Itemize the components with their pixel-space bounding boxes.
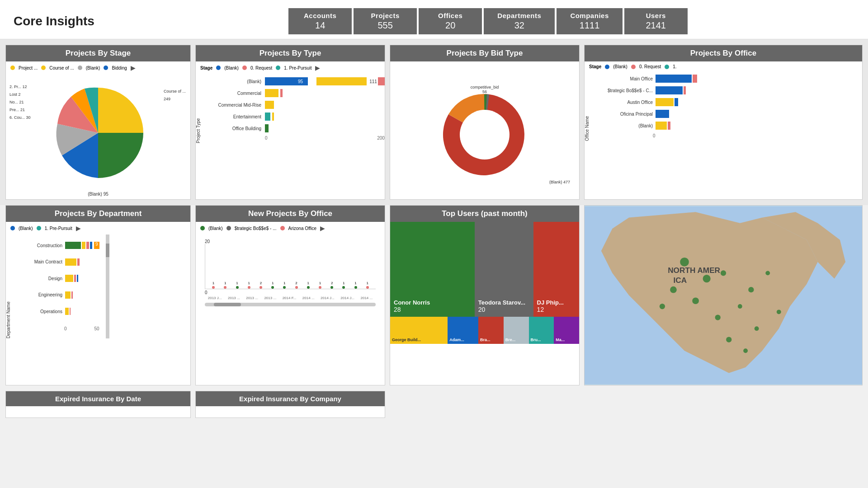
dept-row-engineering: Engineering bbox=[17, 291, 99, 299]
svg-point-9 bbox=[670, 286, 677, 293]
kpi-companies[interactable]: Companies 1111 bbox=[557, 8, 622, 34]
treemap-top-row: Conor Norris 28 Teodora Starov... 20 DJ … bbox=[390, 222, 579, 317]
chart-by-type-title: Projects By Type bbox=[196, 45, 385, 61]
dept-axis-label: Department Name bbox=[6, 235, 11, 338]
bottom-charts-row: Projects By Department (Blank) 1. Pre-Pu… bbox=[0, 205, 868, 391]
chart-by-office-title: Projects By Office bbox=[585, 45, 862, 61]
dept-legend: (Blank) 1. Pre-Pursuit ▶ bbox=[6, 222, 190, 235]
type-bars-container: (Blank) 95 111 Commercial bbox=[203, 74, 389, 143]
svg-point-7 bbox=[680, 258, 689, 267]
treemap-bru: Bru... bbox=[529, 317, 554, 344]
svg-text:ICA: ICA bbox=[673, 276, 687, 285]
legend-dot-off-1 bbox=[665, 65, 669, 69]
header: Core Insights Accounts 14 Projects 555 O… bbox=[0, 0, 868, 39]
svg-point-14 bbox=[748, 287, 754, 292]
office-row-blank: (Blank) bbox=[594, 122, 859, 130]
dept-row-construction: Construction 9 bbox=[17, 242, 99, 249]
donut-label-blank: (Blank) 477 bbox=[549, 180, 570, 184]
pie-stage-bottom: (Blank) 95 bbox=[6, 192, 190, 199]
treemap-area: Conor Norris 28 Teodora Starov... 20 DJ … bbox=[390, 222, 579, 344]
kpi-projects[interactable]: Projects 555 bbox=[354, 8, 417, 34]
legend-dot-dept-pre bbox=[37, 226, 41, 230]
chart-by-stage: Projects By Stage Project ... Course of … bbox=[5, 45, 191, 200]
dept-legend-arrow[interactable]: ▶ bbox=[76, 225, 81, 232]
map-svg: NORTH AMER ICA bbox=[585, 206, 862, 385]
chart-new-office-title: New Projects By Office bbox=[196, 206, 385, 222]
type-bar-office-building: Office Building bbox=[207, 124, 385, 133]
type-legend: Stage (Blank) 0. Request 1. Pre-Pursuit … bbox=[196, 61, 385, 74]
chart-map: NORTH AMER ICA bbox=[584, 205, 863, 385]
timeline-scrollbar[interactable] bbox=[205, 303, 376, 306]
chart-new-by-office: New Projects By Office (Blank) $trategic… bbox=[195, 205, 385, 385]
expired-date-title: Expired Insurance By Date bbox=[6, 391, 190, 406]
dept-scroll-thumb[interactable] bbox=[106, 244, 109, 257]
timeline-area: 20 1 1 1 1 bbox=[196, 235, 385, 338]
legend-dot-type-req bbox=[242, 66, 247, 70]
treemap-bre: Bre... bbox=[504, 317, 529, 344]
kpi-users[interactable]: Users 2141 bbox=[624, 8, 688, 34]
office-chart-body: Office Name Main Office $trategic Bo$$e$… bbox=[585, 72, 862, 141]
office-bars-container: Main Office $trategic Bo$$e$ - C... Aust… bbox=[591, 72, 862, 141]
expired-company-title: Expired Insurance By Company bbox=[196, 391, 385, 406]
page-title: Core Insights bbox=[14, 14, 94, 28]
type-axis-label: Project Type bbox=[196, 74, 201, 143]
map-container: NORTH AMER ICA bbox=[585, 206, 862, 385]
legend-dot-type-blank bbox=[216, 66, 221, 70]
treemap-adam: Adam... bbox=[448, 317, 478, 344]
bid-legend bbox=[390, 61, 579, 76]
svg-point-8 bbox=[703, 275, 711, 282]
pie-label-presuit: 2. Pr... 12 bbox=[9, 83, 31, 91]
new-office-legend-arrow[interactable]: ▶ bbox=[320, 225, 325, 232]
pie-label-cou: 6. Cou... 30 bbox=[9, 114, 31, 122]
dept-scrollbar[interactable] bbox=[106, 235, 109, 338]
timeline-chart: 1 1 1 1 2 bbox=[205, 244, 376, 289]
type-chart-body: Project Type (Blank) 95 111 Commercial bbox=[196, 74, 385, 143]
type-bar-entertainment: Entertainment bbox=[207, 112, 385, 121]
dept-chart-body: Department Name Construction 9 Main Cont… bbox=[6, 235, 190, 338]
legend-dot-project bbox=[10, 66, 15, 70]
pie-label-pre: Pre... 21 bbox=[9, 106, 31, 114]
legend-dot-dept-blank bbox=[10, 226, 15, 230]
pie-label-lost: Lost 2 bbox=[9, 91, 31, 99]
treemap-bra: Bra... bbox=[478, 317, 504, 344]
chart-by-stage-title: Projects By Stage bbox=[6, 45, 190, 61]
type-legend-arrow[interactable]: ▶ bbox=[315, 64, 320, 71]
svg-point-18 bbox=[743, 348, 748, 353]
type-bar-commercial: Commercial bbox=[207, 89, 385, 98]
type-bar-mid-rise: Commercial Mid-Rise bbox=[207, 100, 385, 109]
svg-point-10 bbox=[721, 270, 726, 276]
chart-by-dept-title: Projects By Department bbox=[6, 206, 190, 222]
dept-bars-container: Construction 9 Main Contract bbox=[13, 235, 104, 338]
office-row-austin: Austin Office bbox=[594, 98, 859, 106]
pie-stage-svg: Course of ... 249 bbox=[48, 83, 148, 183]
svg-text:NORTH AMER: NORTH AMER bbox=[668, 266, 720, 275]
kpi-bar: Accounts 14 Projects 555 Offices 20 Depa… bbox=[122, 8, 854, 34]
svg-point-3 bbox=[460, 110, 509, 160]
treemap-george: George Build... bbox=[390, 317, 448, 344]
pie-label-no: No... 21 bbox=[9, 99, 31, 106]
svg-point-16 bbox=[660, 304, 665, 309]
treemap-ma: Ma... bbox=[554, 317, 579, 344]
donut-label-top: competitive_bid bbox=[471, 85, 499, 89]
kpi-accounts[interactable]: Accounts 14 bbox=[288, 8, 352, 34]
timeline-x-labels: 2013 J... 2013 ... 2013 ... 2013 ... 201… bbox=[200, 296, 380, 300]
legend-dot-strategic-grey bbox=[226, 226, 231, 230]
dept-row-operations: Operations bbox=[17, 308, 99, 315]
timeline-scroll-thumb[interactable] bbox=[214, 303, 241, 306]
legend-dot-off-blank bbox=[605, 65, 609, 69]
svg-point-20 bbox=[777, 310, 781, 314]
office-legend: Stage (Blank) 0. Request 1. bbox=[585, 61, 862, 72]
legend-dot-off-req bbox=[631, 65, 636, 69]
treemap-teodora: Teodora Starov... 20 bbox=[475, 222, 533, 317]
treemap-bottom-row: George Build... Adam... Bra... Bre... Br… bbox=[390, 317, 579, 344]
construction-badge: 9 bbox=[94, 242, 99, 249]
chart-by-office: Projects By Office Stage (Blank) 0. Requ… bbox=[584, 45, 863, 200]
office-axis-label: Office Name bbox=[585, 72, 590, 141]
type-bar-blank: (Blank) 95 111 bbox=[207, 77, 385, 86]
stage-legend-arrow[interactable]: ▶ bbox=[131, 64, 136, 71]
legend-dot-type-pre bbox=[276, 66, 280, 70]
chart-by-bid-type: Projects By Bid Type competitive_bid 56 … bbox=[390, 45, 580, 200]
kpi-offices[interactable]: Offices 20 bbox=[419, 8, 482, 34]
kpi-departments[interactable]: Departments 32 bbox=[484, 8, 555, 34]
dept-row-main-contract: Main Contract bbox=[17, 258, 99, 266]
